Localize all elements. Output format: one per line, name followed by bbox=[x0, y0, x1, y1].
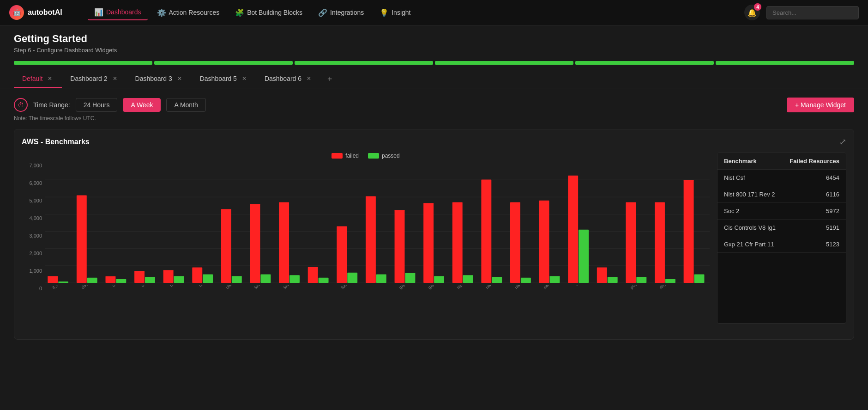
nav-label-dashboards: Dashboards bbox=[106, 8, 141, 16]
x-label-item: cis_v140 bbox=[160, 285, 189, 291]
y-axis-label: 4,000 bbox=[29, 215, 42, 221]
bench-failed: 6116 bbox=[783, 186, 846, 203]
table-row: Cis Controls V8 Ig1 5191 bbox=[717, 220, 846, 236]
tab-dashboard5-close[interactable]: ✕ bbox=[241, 75, 248, 82]
svg-rect-51 bbox=[665, 279, 675, 283]
content-area: ⏱ Time Range: 24 Hours A Week A Month + … bbox=[0, 88, 868, 349]
tab-dashboard2-close[interactable]: ✕ bbox=[111, 75, 119, 82]
svg-rect-12 bbox=[105, 276, 115, 283]
brand-icon: 🤖 bbox=[9, 5, 24, 20]
y-axis-label: 5,000 bbox=[29, 198, 42, 203]
x-label-item: soc_2 bbox=[681, 285, 710, 291]
y-axis-label: 3,000 bbox=[29, 233, 42, 239]
progress-segment-2 bbox=[154, 61, 293, 65]
time-btn-aweek[interactable]: A Week bbox=[123, 98, 161, 112]
svg-rect-23 bbox=[260, 274, 271, 283]
nav-item-dashboards[interactable]: 📊 Dashboards bbox=[88, 5, 148, 20]
tab-dashboard3-close[interactable]: ✕ bbox=[176, 75, 183, 82]
svg-rect-8 bbox=[48, 276, 58, 283]
tab-default-label: Default bbox=[22, 75, 42, 82]
nav-item-integrations[interactable]: 🔗 Integrations bbox=[312, 6, 370, 20]
x-label-item: gxp_21_cfr_part_11 bbox=[392, 285, 421, 291]
svg-rect-38 bbox=[481, 179, 491, 283]
utc-note: Note: The timescale follows UTC. bbox=[14, 115, 854, 122]
tab-dashboard3[interactable]: Dashboard 3 ✕ bbox=[127, 70, 192, 88]
svg-rect-33 bbox=[405, 273, 415, 283]
svg-rect-32 bbox=[395, 210, 405, 283]
time-btn-24hours[interactable]: 24 Hours bbox=[76, 98, 118, 112]
x-label-item: nist_800_53_rev_4 bbox=[507, 285, 536, 291]
nav-items: 📊 Dashboards ⚙️ Action Resources 🧩 Bot B… bbox=[88, 5, 730, 20]
x-label-item: fedramp_moderate_rev_4 bbox=[276, 285, 305, 291]
tab-dashboard5[interactable]: Dashboard 5 ✕ bbox=[192, 70, 256, 88]
svg-rect-14 bbox=[134, 271, 145, 283]
chart-legend: failed passed bbox=[22, 153, 710, 159]
nav-label-action-resources: Action Resources bbox=[169, 9, 220, 16]
x-label-item: gxp_eu_annex_11 bbox=[421, 285, 450, 291]
nav-item-bot-building-blocks[interactable]: 🧩 Bot Building Blocks bbox=[229, 6, 309, 20]
svg-rect-20 bbox=[221, 209, 231, 283]
x-label-item: cis_controls_v8_ig1 bbox=[74, 285, 103, 291]
benchmark-title: AWS - Benchmarks bbox=[22, 138, 90, 146]
svg-rect-31 bbox=[376, 274, 386, 283]
svg-rect-45 bbox=[579, 230, 589, 283]
progress-segment-5 bbox=[575, 61, 714, 65]
y-axis: 7,0006,0005,0004,0003,0002,0001,0000 bbox=[22, 163, 45, 291]
time-btn-amonth[interactable]: A Month bbox=[166, 98, 205, 112]
x-label-item: hipaa_security_rule_2013 bbox=[450, 285, 479, 291]
integrations-icon: 🔗 bbox=[318, 8, 327, 17]
table-row: Gxp 21 Cfr Part 11 5123 bbox=[717, 236, 846, 253]
col-benchmark: Benchmark bbox=[717, 153, 783, 170]
x-label-item: gdpr bbox=[363, 285, 392, 291]
x-label-item: cis_v150 bbox=[189, 285, 218, 291]
benchmark-body: failed passed 7,0006,0005,0004,0003,0002… bbox=[22, 153, 846, 332]
tab-dashboard6-close[interactable]: ✕ bbox=[305, 75, 313, 82]
svg-rect-21 bbox=[232, 276, 242, 283]
brand-name: autobotAI bbox=[28, 8, 62, 17]
brand-logo[interactable]: 🤖 autobotAI bbox=[9, 5, 74, 20]
svg-rect-46 bbox=[597, 268, 607, 283]
notification-button[interactable]: 🔔 4 bbox=[744, 5, 760, 20]
x-label-item: pci_dss_v321 bbox=[623, 285, 652, 291]
add-tab-button[interactable]: + bbox=[321, 71, 339, 88]
tab-dashboard2[interactable]: Dashboard 2 ✕ bbox=[62, 70, 127, 88]
svg-rect-37 bbox=[463, 275, 473, 283]
nav-right: 🔔 4 bbox=[744, 5, 859, 20]
action-resources-icon: ⚙️ bbox=[157, 8, 166, 17]
x-label-item: rbi_cyber_security bbox=[652, 285, 681, 291]
tab-default[interactable]: Default ✕ bbox=[14, 70, 62, 88]
x-label-item: cisa_cyber_essentials bbox=[218, 285, 247, 291]
chart-area: failed passed 7,0006,0005,0004,0003,0002… bbox=[22, 153, 710, 332]
nav-item-insight[interactable]: 💡 Insight bbox=[373, 6, 417, 20]
bench-name: Nist Csf bbox=[717, 170, 783, 186]
y-axis-label: 0 bbox=[39, 286, 42, 291]
time-icon: ⏱ bbox=[14, 98, 28, 112]
expand-icon[interactable]: ⤢ bbox=[839, 137, 846, 147]
svg-rect-39 bbox=[492, 277, 502, 283]
x-labels-row: it_manager_control_towercis_controls_v8_… bbox=[45, 285, 710, 291]
svg-rect-40 bbox=[510, 202, 520, 283]
bench-failed: 5123 bbox=[783, 236, 846, 253]
svg-rect-34 bbox=[423, 203, 434, 283]
bench-name: Gxp 21 Cfr Part 11 bbox=[717, 236, 783, 253]
table-row: Soc 2 5972 bbox=[717, 203, 846, 220]
x-label-item: nist_800_171_rev_2 bbox=[478, 285, 507, 291]
svg-rect-47 bbox=[608, 277, 618, 283]
svg-rect-27 bbox=[319, 278, 329, 283]
failed-legend-label: failed bbox=[345, 153, 359, 159]
top-navigation: 🤖 autobotAI 📊 Dashboards ⚙️ Action Resou… bbox=[0, 0, 868, 25]
y-axis-label: 7,000 bbox=[29, 163, 42, 168]
chart-wrapper: 7,0006,0005,0004,0003,0002,0001,0000 it_… bbox=[22, 163, 710, 332]
manage-widget-button[interactable]: + Manage Widget bbox=[787, 98, 854, 112]
tab-dashboard6[interactable]: Dashboard 6 ✕ bbox=[256, 70, 321, 88]
benchmark-table: Benchmark Failed Resources Nist Csf 6454… bbox=[717, 153, 846, 324]
nav-item-action-resources[interactable]: ⚙️ Action Resources bbox=[151, 6, 226, 20]
bench-table-body: Nist Csf 6454 Nist 800 171 Rev 2 6116 So… bbox=[717, 170, 846, 253]
y-axis-label: 1,000 bbox=[29, 268, 42, 274]
search-input[interactable] bbox=[766, 6, 859, 19]
dashboards-icon: 📊 bbox=[94, 8, 103, 17]
x-label-item: fedramp_low_rev_4 bbox=[247, 285, 276, 291]
tab-default-close[interactable]: ✕ bbox=[46, 75, 54, 82]
tab-dashboard5-label: Dashboard 5 bbox=[200, 75, 237, 82]
svg-rect-18 bbox=[192, 268, 202, 283]
